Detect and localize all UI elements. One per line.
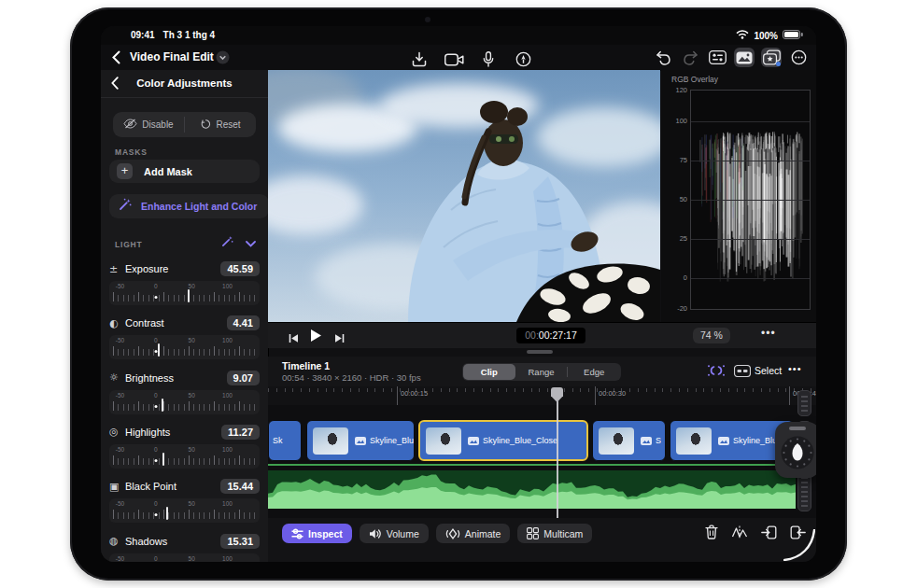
jog-wheel-panel[interactable]	[775, 422, 816, 478]
multicam-button[interactable]: Multicam	[517, 524, 592, 543]
disable-button[interactable]: Disable	[113, 112, 184, 137]
scope-plot	[690, 90, 811, 310]
inspect-button[interactable]: Inspect	[282, 524, 352, 543]
trash-icon[interactable]	[705, 525, 718, 539]
redo-icon[interactable]	[680, 48, 700, 67]
slider-handle[interactable]	[166, 507, 168, 520]
viewer-video-frame[interactable]	[268, 70, 660, 322]
scope-axis-label: 75	[663, 156, 687, 164]
project-title[interactable]: Video Final Edit	[130, 50, 214, 63]
slider-value[interactable]: 15.44	[220, 479, 260, 494]
scope-axis-label: 25	[663, 234, 687, 243]
light-collapse-chevron-icon[interactable]	[246, 234, 256, 251]
more-circle-icon[interactable]	[788, 48, 809, 67]
slider-value[interactable]: 9.07	[227, 371, 260, 385]
clip-skyline-blue-close[interactable]: Skyline_Blue_Close	[418, 420, 588, 461]
magnetic-timeline-icon[interactable]	[707, 364, 726, 381]
slider-value[interactable]: 11.27	[221, 425, 260, 440]
timeline-zoom-slider-top[interactable]	[797, 390, 811, 416]
audio-waveform-track[interactable]	[268, 470, 796, 509]
undo-icon[interactable]	[653, 48, 673, 67]
scale-label: 100	[222, 337, 233, 343]
light-sliders: ±Exposure45.59-50050100◐Contrast4.41-500…	[101, 260, 268, 562]
add-mask-button[interactable]: + Add Mask	[109, 160, 260, 183]
image-icon	[468, 437, 479, 445]
slider-track[interactable]: -50050100	[109, 553, 260, 563]
ruler-ticks	[268, 388, 816, 392]
viewer-more-button[interactable]: •••	[761, 327, 776, 340]
next-frame-button[interactable]	[334, 330, 345, 347]
black-point-icon: ▣	[109, 481, 125, 493]
slider-label: Exposure	[125, 263, 220, 274]
slider-track[interactable]: -50050100	[109, 281, 260, 305]
slider-value[interactable]: 45.59	[220, 261, 260, 276]
clip-s[interactable]: S	[592, 420, 666, 461]
light-wand-icon[interactable]	[221, 234, 233, 251]
import-icon[interactable]	[409, 49, 430, 69]
scale-label: 50	[189, 337, 195, 343]
slider-handle[interactable]	[162, 399, 163, 412]
back-chevron-icon[interactable]	[112, 50, 120, 68]
image-icon	[718, 437, 729, 445]
corner-highlight	[783, 529, 815, 561]
volume-button[interactable]: Volume	[360, 524, 429, 543]
clip-skyline-blue-wide[interactable]: Skyline_Blue_Wide	[306, 420, 415, 461]
overlay-view-icon[interactable]	[734, 364, 751, 381]
panel-resize-handle[interactable]	[527, 350, 553, 354]
mode-range[interactable]: Range	[515, 364, 568, 380]
camera-icon[interactable]	[444, 49, 464, 69]
tool-label: Multicam	[543, 528, 583, 539]
effects-icon[interactable]	[761, 48, 782, 67]
slider-track[interactable]: -50050100	[109, 444, 260, 469]
slider-highlights: ◎Highlights11.27-50050100	[109, 424, 260, 476]
mic-icon[interactable]	[478, 49, 499, 69]
scale-label: 0	[154, 555, 158, 562]
slider-black-point: ▣Black Point15.44-50050100	[109, 478, 260, 530]
enhance-light-color-button[interactable]: Enhance Light and Color	[109, 194, 269, 218]
wifi-icon	[736, 30, 749, 41]
scale-label: 100	[222, 555, 233, 562]
jog-wheel-dial[interactable]	[780, 435, 815, 470]
scale-label: 100	[222, 392, 233, 399]
slider-handle[interactable]	[162, 453, 164, 466]
chevron-down-circle-icon[interactable]	[216, 50, 230, 68]
animate-button[interactable]: Animate	[436, 524, 511, 543]
slider-handle[interactable]	[158, 343, 160, 357]
mode-edge[interactable]: Edge	[568, 364, 620, 380]
slider-value[interactable]: 4.41	[227, 315, 260, 330]
viewer-zoom-level[interactable]: 74 %	[693, 328, 730, 343]
jog-drag-handle[interactable]	[789, 427, 806, 430]
eye-slash-icon	[123, 119, 137, 131]
select-button[interactable]: Select	[755, 365, 782, 376]
slider-label: Black Point	[125, 481, 220, 492]
scale-label: -50	[116, 446, 124, 453]
pencil-circle-icon[interactable]	[513, 49, 533, 69]
edit-toolbar	[653, 48, 809, 67]
scale-label: -50	[116, 392, 124, 399]
slider-track[interactable]: -50050100	[109, 390, 260, 414]
blade-icon[interactable]	[731, 525, 748, 539]
contrast-icon: ◐	[109, 317, 125, 329]
clip-sk[interactable]: Sk	[268, 420, 302, 461]
timeline-more-button[interactable]: •••	[788, 363, 802, 374]
slider-track[interactable]: -50050100	[109, 335, 260, 359]
mode-clip[interactable]: Clip	[463, 364, 515, 380]
slider-handle[interactable]	[188, 289, 190, 302]
scale-label: -50	[116, 555, 124, 562]
insert-icon[interactable]	[761, 525, 777, 539]
scope-axis-label: 50	[663, 195, 687, 203]
adjustments-icon[interactable]	[707, 48, 727, 67]
image-icon	[355, 437, 366, 445]
inspect-icon	[291, 528, 303, 539]
timeline-ruler[interactable]: 00:00:1500:00:3000:00:45	[268, 386, 816, 406]
play-button[interactable]	[309, 329, 322, 346]
battery-percent: 100%	[754, 31, 778, 41]
previous-frame-button[interactable]	[289, 330, 299, 347]
status-date: Th 3 1 thg 4	[163, 30, 216, 40]
slider-value[interactable]: 15.31	[220, 534, 260, 549]
reset-button[interactable]: Reset	[185, 112, 256, 137]
scale-label: -50	[116, 500, 124, 507]
slider-track[interactable]: -50050100	[109, 498, 260, 523]
media-browser-icon[interactable]	[734, 48, 755, 67]
slider-handle[interactable]	[166, 562, 168, 563]
